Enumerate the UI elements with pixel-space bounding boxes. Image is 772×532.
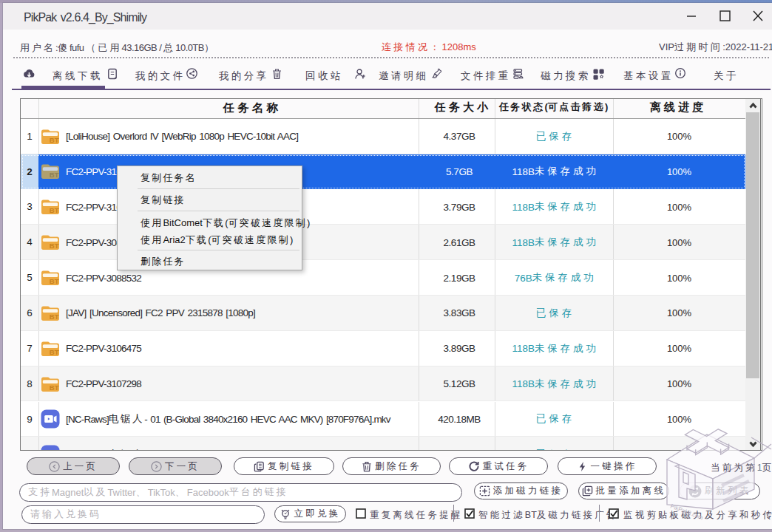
svg-text:BT: BT [50, 313, 59, 321]
svg-text:BT: BT [50, 277, 59, 285]
svg-text:BT: BT [50, 136, 59, 144]
svg-text:BT: BT [50, 242, 59, 250]
svg-text:BT: BT [50, 383, 59, 392]
svg-text:BT: BT [50, 348, 59, 356]
svg-text:BT: BT [50, 206, 59, 214]
